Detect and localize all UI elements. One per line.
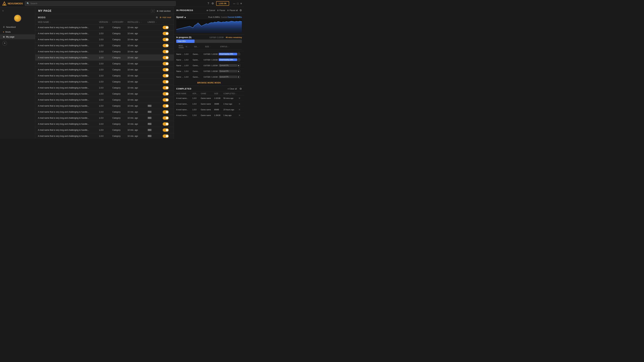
- mod-toggle[interactable]: [163, 122, 169, 126]
- mod-toggle-cell: [163, 32, 171, 35]
- mod-toggle[interactable]: [163, 38, 169, 41]
- dl-row[interactable]: Name of new... 1.0.0 Game... 0.67GB / 1.…: [174, 63, 244, 68]
- table-row[interactable]: A mod name that is very long and challen…: [35, 97, 174, 103]
- table-row[interactable]: A mod name that is very long and challen…: [35, 127, 174, 133]
- dl-row[interactable]: Name of new... 1.0.0 Game... 0.67GB / 1.…: [174, 51, 244, 57]
- comp-col-mod-name[interactable]: MOD NAME ···: [176, 92, 192, 94]
- mod-toggle[interactable]: [163, 104, 169, 108]
- mod-toggle[interactable]: [163, 86, 169, 89]
- dl-col-size[interactable]: SIZE ···: [205, 44, 220, 49]
- table-row[interactable]: A mod name that is very long and challen…: [35, 49, 174, 55]
- pause-button[interactable]: ⏸ Pause: [217, 9, 225, 11]
- mod-toggle[interactable]: [163, 98, 169, 102]
- mod-toggle[interactable]: [163, 44, 169, 47]
- minimize-button[interactable]: —: [233, 2, 236, 5]
- dl-info-button[interactable]: ⓘ: [237, 58, 240, 61]
- mod-toggle[interactable]: [163, 74, 169, 77]
- pause-all-button[interactable]: ⏸ Pause all: [227, 9, 238, 11]
- completed-settings-button[interactable]: ⚙: [240, 87, 242, 90]
- dl-mod-name: Name of new...: [176, 53, 184, 55]
- col-version[interactable]: VERSION ···: [99, 21, 112, 23]
- sidebar-item-home[interactable]: ⌂: [0, 8, 35, 13]
- table-row[interactable]: A mod name that is very long and challen…: [35, 79, 174, 85]
- mod-toggle[interactable]: [163, 92, 169, 95]
- cancel-button[interactable]: ⊗ Cancel: [206, 9, 215, 11]
- col-category[interactable]: CATEGORY ···: [112, 21, 128, 23]
- dl-row[interactable]: Name of new... 1.0.0 Game... 0.67GB / 1.…: [174, 74, 244, 80]
- dl-row[interactable]: Name of new... 1.0.0 Game... 0.67GB / 1.…: [174, 57, 244, 63]
- dl-play-button[interactable]: ▶: [237, 75, 240, 79]
- table-row[interactable]: A mod name that is very long and challen…: [35, 115, 174, 121]
- help-button[interactable]: ?: [208, 2, 209, 5]
- table-row[interactable]: A mod name that is very long and challen…: [35, 36, 174, 42]
- maximize-button[interactable]: □: [237, 2, 238, 5]
- mod-toggle[interactable]: [163, 26, 169, 29]
- table-row[interactable]: A mod name that is very long and challen…: [35, 67, 174, 73]
- comp-row[interactable]: A mod name... 1.0.0 Game name 1.02GB 59 …: [174, 95, 244, 101]
- comp-col-size[interactable]: SIZE ···: [214, 92, 224, 94]
- table-row[interactable]: A mod name that is very long and challen…: [35, 85, 174, 91]
- mod-toggle[interactable]: [163, 110, 169, 114]
- sidebar-item-mods[interactable]: ◆ Mods: [0, 29, 35, 34]
- dl-play-button[interactable]: ▶: [237, 64, 240, 67]
- table-row[interactable]: A mod name that is very long and challen…: [35, 109, 174, 115]
- table-row[interactable]: A mod name that is very long and challen…: [35, 73, 174, 79]
- comp-row[interactable]: A mod name... 1.0.0 Game name 36MB 1 hou…: [174, 101, 244, 107]
- browse-more-link[interactable]: BROWSE MORE MODS: [197, 82, 221, 84]
- dl-col-game[interactable]: GA... ···: [194, 44, 205, 49]
- table-row[interactable]: A mod name that is very long and challen…: [35, 61, 174, 67]
- table-row[interactable]: A mod name that is very long and challen…: [35, 91, 174, 97]
- mod-toggle[interactable]: [163, 116, 169, 120]
- comp-col-game[interactable]: GAME ···: [201, 92, 214, 94]
- mod-toggle[interactable]: [163, 50, 169, 53]
- avatar[interactable]: [14, 14, 21, 22]
- search-input[interactable]: [30, 2, 174, 5]
- dl-play-button[interactable]: ▶: [237, 69, 240, 73]
- mod-toggle[interactable]: [163, 68, 169, 71]
- table-row[interactable]: A mod name that is very long and challen…: [35, 55, 174, 61]
- col-installed[interactable]: INSTALLED ↓ ···: [128, 21, 148, 23]
- table-row[interactable]: A mod name that is very long and challen…: [35, 103, 174, 109]
- col-linked[interactable]: LINKED ···: [148, 21, 163, 23]
- comp-row[interactable]: A mod name... 1.0.0 Game name 1.36GB 1 d…: [174, 112, 244, 118]
- in-progress-settings-button[interactable]: ⚙: [240, 9, 242, 12]
- col-mod-name[interactable]: MOD NAME ···: [38, 21, 99, 23]
- table-row[interactable]: A mod name that is very long and challen…: [35, 121, 174, 127]
- browse-more[interactable]: BROWSE MORE MODS: [174, 80, 244, 86]
- comp-close-button[interactable]: ✕: [238, 103, 242, 105]
- comp-col-completed[interactable]: COMPLETED ↓ ···: [224, 92, 238, 94]
- mod-toggle[interactable]: [163, 56, 169, 59]
- mod-toggle[interactable]: [163, 62, 169, 65]
- comp-close-button[interactable]: ✕: [238, 108, 242, 111]
- login-button[interactable]: LOG IN: [216, 1, 229, 6]
- col-toggle[interactable]: ···: [163, 21, 171, 23]
- mod-toggle[interactable]: [163, 32, 169, 35]
- clear-all-button[interactable]: ≡ Clear all: [228, 88, 237, 90]
- close-button[interactable]: ✕: [240, 2, 242, 5]
- mods-copy-button[interactable]: ⧉: [156, 16, 158, 19]
- table-row[interactable]: A mod name that is very long and challen…: [35, 24, 174, 30]
- add-mod-button[interactable]: ⊕ Add mod: [160, 16, 171, 18]
- comp-row[interactable]: A mod name... 1.0.0 Game name 86MB 23 ho…: [174, 107, 244, 112]
- sidebar-item-my-page[interactable]: ⊞ My page: [0, 34, 35, 39]
- mod-toggle[interactable]: [163, 80, 169, 83]
- mod-toggle[interactable]: [163, 134, 169, 138]
- search-bar[interactable]: 🔍: [25, 1, 176, 6]
- comp-col-version[interactable]: VER... ···: [192, 92, 201, 94]
- layout-button[interactable]: □: [151, 9, 155, 13]
- sidebar-add-button[interactable]: +: [2, 41, 7, 45]
- comp-close-button[interactable]: ✕: [238, 114, 242, 117]
- settings-button[interactable]: ⚙: [212, 2, 214, 5]
- table-row[interactable]: A mod name that is very long and challen…: [35, 133, 174, 139]
- dl-info-button[interactable]: ⓘ: [237, 52, 240, 56]
- comp-close-button[interactable]: ✕: [238, 97, 242, 99]
- mod-toggle[interactable]: [163, 128, 169, 132]
- dl-col-mod-name[interactable]: MOD NAME ···: [178, 44, 186, 49]
- sidebar-item-newsfeed[interactable]: ☰ Newsfeed: [0, 25, 35, 29]
- add-section-button[interactable]: ⊕ Add section: [157, 10, 171, 12]
- table-row[interactable]: A mod name that is very long and challen…: [35, 42, 174, 49]
- dl-col-version[interactable]: V... ···: [186, 44, 194, 49]
- dl-row[interactable]: Name of new... 1.0.0 Game... 0.67GB / 1.…: [174, 68, 244, 74]
- dl-col-status[interactable]: STATUS ↓ ···: [220, 44, 238, 49]
- table-row[interactable]: A mod name that is very long and challen…: [35, 30, 174, 36]
